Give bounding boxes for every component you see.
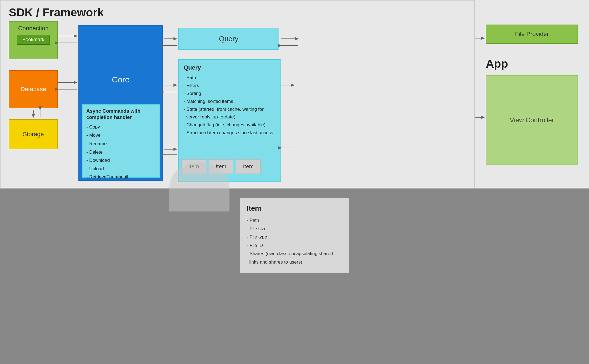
query-item-matching: - Matching, sorted items [184, 98, 275, 106]
async-item-rename: - Rename [86, 140, 156, 148]
database-label: Database [20, 86, 46, 93]
item-buttons-row: Item Item Item [181, 159, 277, 174]
query-item-sorting: - Sorting [184, 90, 275, 98]
query-detail-list: - Path - Filters - Sorting - Matching, s… [184, 74, 275, 137]
item-button-3[interactable]: Item [236, 159, 261, 174]
item-detail-box: Item - Path - File size - File type - Fi… [240, 198, 349, 273]
async-list: - Copy - Move - Rename - Delete - Downlo… [86, 123, 156, 181]
connection-label: Connection [18, 25, 48, 32]
async-item-download: - Download [86, 156, 156, 165]
async-commands-box: Async Commands with completion handler -… [82, 104, 160, 178]
database-box: Database [9, 70, 58, 108]
async-item-copy: - Copy [86, 123, 156, 132]
storage-box: Storage [9, 119, 58, 149]
app-panel: File Provider App View Controller [474, 0, 589, 188]
app-title: App [486, 57, 508, 70]
view-controller-label: View Controller [510, 116, 554, 124]
query-item-state: - State (started, from cache, waiting fo… [184, 106, 275, 121]
item-detail-filetype: - File type [247, 233, 342, 241]
connection-box: Connection Bookmark [9, 21, 58, 59]
async-item-delete: - Delete [86, 148, 156, 157]
query-item-filters: - Filters [184, 82, 275, 90]
query-detail-box: Query - Path - Filters - Sorting - Match… [178, 59, 281, 182]
bookmark-label: Bookmark [22, 37, 44, 42]
item-detail-title: Item [247, 204, 342, 213]
item-detail-filesize: - File size [247, 225, 342, 233]
query-top-box: Query [178, 28, 279, 50]
view-controller-box: View Controller [486, 75, 578, 165]
core-label: Core [112, 75, 129, 84]
file-provider-box: File Provider [486, 25, 578, 44]
async-item-retrieve: - RetrieveThumbnail [86, 173, 156, 181]
async-item-upload: - Upload [86, 165, 156, 173]
item-button-2[interactable]: Item [209, 159, 233, 174]
query-item-structured: - Structured item changes since last acc… [184, 129, 275, 137]
divider-main [0, 188, 589, 189]
file-provider-label: File Provider [515, 31, 549, 38]
query-detail-title: Query [184, 64, 275, 71]
async-item-move: - Move [86, 131, 156, 140]
async-title: Async Commands with completion handler [86, 108, 156, 121]
item-button-1[interactable]: Item [181, 159, 206, 174]
query-item-changed: - Changed flag (idle, changes available) [184, 121, 275, 129]
sdk-title: SDK / Framework [9, 6, 104, 19]
query-top-label: Query [219, 35, 238, 43]
bookmark-box: Bookmark [17, 35, 50, 45]
bottom-panel: Item - Path - File size - File type - Fi… [0, 190, 589, 364]
item-detail-list: - Path - File size - File type - File ID… [247, 216, 342, 267]
item-detail-path: - Path [247, 216, 342, 225]
item-detail-shares: - Shares (own class encapsulating shared… [247, 250, 342, 266]
storage-label: Storage [23, 131, 44, 138]
query-item-path: - Path [184, 74, 275, 82]
item-detail-fileid: - File ID [247, 241, 342, 250]
